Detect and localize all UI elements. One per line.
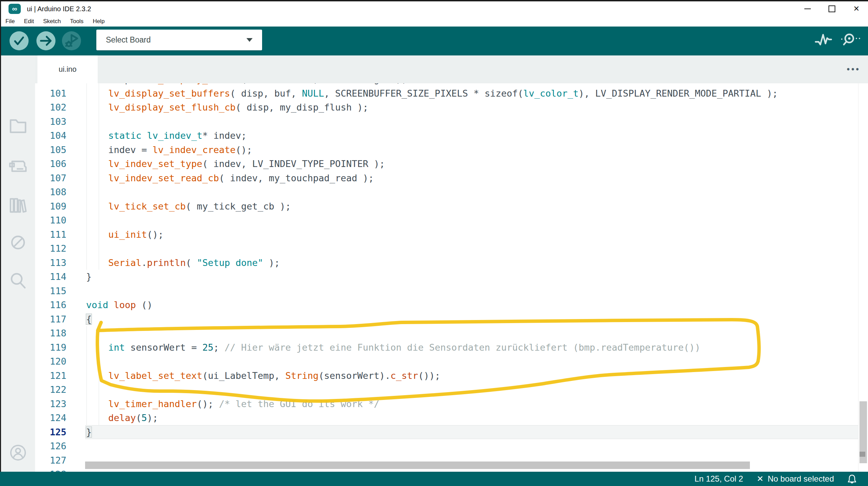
line-number: 110 xyxy=(35,213,66,228)
code-token: ), LV_DISPLAY_RENDER_MODE_PARTIAL ); xyxy=(579,88,778,99)
code-line[interactable]: 102 lv_display_set_flush_cb( disp, my_di… xyxy=(35,100,868,115)
code-token: lv_indev_create xyxy=(152,145,236,155)
verify-button[interactable] xyxy=(10,31,29,50)
code-line[interactable]: 109 lv_tick_set_cb( my_tick_get_cb ); xyxy=(35,199,868,214)
tab-overflow-menu[interactable]: ••• xyxy=(847,64,861,74)
code-text: Serial.println( "Setup done" ); xyxy=(86,256,280,270)
code-token xyxy=(86,173,108,183)
menu-file[interactable]: File xyxy=(5,18,15,25)
code-line[interactable]: 107 lv_indev_set_read_cb( indev, my_touc… xyxy=(35,171,868,185)
menu-help[interactable]: Help xyxy=(93,18,105,25)
code-line[interactable]: 124 delay(5); xyxy=(35,411,868,425)
books-icon xyxy=(9,197,27,214)
sidebar-item-debugger[interactable] xyxy=(9,233,27,252)
line-number: 105 xyxy=(35,143,66,157)
cursor-position[interactable]: Ln 125, Col 2 xyxy=(694,474,743,484)
code-line[interactable]: 113 Serial.println( "Setup done" ); xyxy=(35,256,868,270)
code-token: 25 xyxy=(202,342,213,353)
code-token: "Setup done" xyxy=(197,257,263,268)
code-line[interactable]: 103 xyxy=(35,115,868,129)
code-text: lv_label_set_text(ui_LabelTemp, String(s… xyxy=(86,369,440,383)
code-line[interactable]: 123 lv_timer_handler(); /* let the GUI d… xyxy=(35,397,868,411)
scrollbar-gutter-divider xyxy=(858,83,858,472)
code-line[interactable]: 119 int sensorWert = 25; // Hier wäre je… xyxy=(35,340,868,355)
code-line[interactable]: 121 lv_label_set_text(ui_LabelTemp, Stri… xyxy=(35,369,868,383)
code-line[interactable]: 110 xyxy=(35,213,868,228)
serial-plotter-icon xyxy=(814,33,833,48)
code-line[interactable]: 104 static lv_indev_t* indev; xyxy=(35,129,868,143)
tab-ui-ino[interactable]: ui.ino xyxy=(37,55,98,83)
code-editor[interactable]: 100 disp = lv_display_create( screenWidt… xyxy=(35,83,868,472)
minimize-button[interactable] xyxy=(800,1,815,16)
code-line[interactable]: 118 xyxy=(35,326,868,340)
upload-button[interactable] xyxy=(36,31,55,50)
code-token: lv_tick_set_cb xyxy=(108,201,186,212)
line-number: 126 xyxy=(35,439,66,453)
line-number: 100 xyxy=(35,83,66,86)
code-text: static lv_indev_t* indev; xyxy=(86,129,246,143)
tab-label: ui.ino xyxy=(59,65,77,74)
sidebar-item-library-manager[interactable] xyxy=(9,196,27,214)
code-line[interactable]: 120 xyxy=(35,354,868,369)
code-token: lv_color_t xyxy=(523,88,579,99)
code-token: (); xyxy=(197,399,219,409)
code-line[interactable]: 101 lv_display_set_buffers( disp, buf, N… xyxy=(35,86,868,101)
code-line[interactable]: 114} xyxy=(35,270,868,284)
code-token: (ui_LabelTemp, xyxy=(202,370,285,381)
code-token xyxy=(86,102,108,113)
sidebar-item-sketchbook[interactable] xyxy=(9,116,27,135)
title-bar[interactable]: ∞ ui | Arduino IDE 2.3.2 ✕ xyxy=(1,1,868,16)
serial-monitor-button[interactable] xyxy=(839,32,862,49)
serial-plotter-button[interactable] xyxy=(814,33,833,49)
code-token: ( indev, my_touchpad_read ); xyxy=(219,173,374,183)
code-text: lv_tick_set_cb( my_tick_get_cb ); xyxy=(86,199,291,214)
board-status[interactable]: ✕ No board selected xyxy=(757,474,834,484)
debug-button[interactable] xyxy=(62,31,81,50)
toolbar: Select Board xyxy=(1,27,868,55)
code-text: } xyxy=(86,425,92,439)
status-bar: Ln 125, Col 2 ✕ No board selected xyxy=(0,472,868,486)
code-line[interactable]: 115 xyxy=(35,284,868,298)
code-line[interactable]: 106 lv_indev_set_type( indev, LV_INDEV_T… xyxy=(35,157,868,171)
close-button[interactable]: ✕ xyxy=(849,1,864,16)
serial-monitor-icon xyxy=(839,32,862,48)
maximize-button[interactable] xyxy=(824,1,840,16)
line-number: 120 xyxy=(35,354,66,369)
code-line[interactable]: 105 indev = lv_indev_create(); xyxy=(35,143,868,157)
tab-bar: ui.ino ••• xyxy=(35,55,868,83)
code-token: (); xyxy=(236,145,252,155)
menu-edit[interactable]: Edit xyxy=(24,18,34,25)
code-line[interactable]: 116void loop () xyxy=(35,298,868,312)
menu-sketch[interactable]: Sketch xyxy=(43,18,61,25)
code-token: ); xyxy=(147,413,158,423)
code-line[interactable]: 122 xyxy=(35,383,868,397)
code-token: /* let the GUI do its work */ xyxy=(219,399,379,409)
code-token: ( my_tick_get_cb ); xyxy=(186,201,291,212)
sidebar-item-account[interactable] xyxy=(9,443,27,462)
arrow-right-icon xyxy=(39,34,53,48)
line-number: 116 xyxy=(35,298,66,312)
code-token xyxy=(86,158,108,169)
sidebar-item-search[interactable] xyxy=(9,272,27,290)
line-number: 117 xyxy=(35,312,66,326)
line-number: 125 xyxy=(35,425,66,439)
sidebar-item-boards-manager[interactable] xyxy=(9,157,27,175)
code-text: } xyxy=(86,270,92,284)
arduino-ide-window: ∞ ui | Arduino IDE 2.3.2 ✕ File Edit Ske… xyxy=(0,0,868,486)
horizontal-scrollbar[interactable] xyxy=(85,462,750,469)
code-line[interactable]: 125} xyxy=(35,425,868,439)
code-line[interactable]: 117{ xyxy=(35,312,868,326)
menu-tools[interactable]: Tools xyxy=(70,18,84,25)
code-text: int sensorWert = 25; // Hier wäre jetzt … xyxy=(86,340,700,355)
board-selector-dropdown[interactable]: Select Board xyxy=(96,30,262,50)
code-line[interactable]: 111 ui_init(); xyxy=(35,228,868,242)
x-icon: ✕ xyxy=(757,474,763,484)
code-line[interactable]: 112 xyxy=(35,241,868,256)
account-icon xyxy=(9,443,27,462)
code-line[interactable]: 100 disp = lv_display_create( screenWidt… xyxy=(35,83,868,86)
code-token xyxy=(86,201,108,212)
line-number: 104 xyxy=(35,129,66,143)
code-line[interactable]: 126 xyxy=(35,439,868,453)
notifications-bell-icon[interactable] xyxy=(848,474,856,484)
code-line[interactable]: 108 xyxy=(35,185,868,199)
